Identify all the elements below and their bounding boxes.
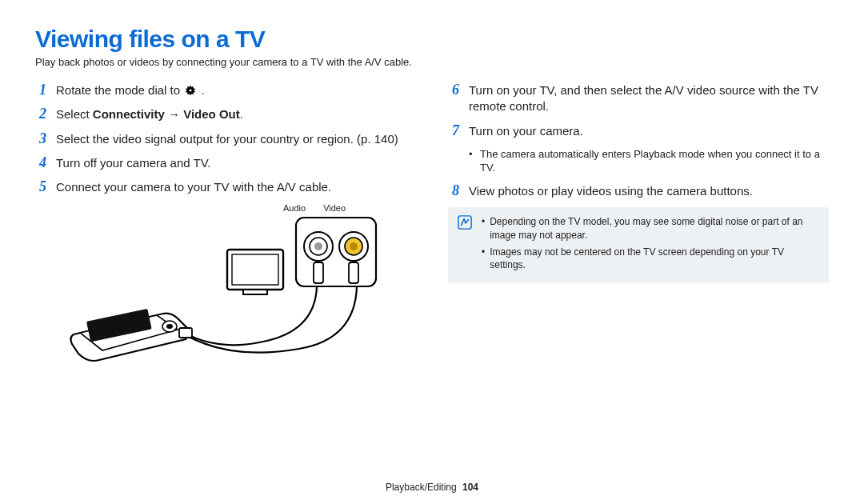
substep-text: The camera automatically enters Playback… [480,147,829,175]
svg-rect-9 [243,290,267,294]
step-text: Select Connectivity → Video Out. [56,106,416,122]
step-text: View photos or play videos using the cam… [469,183,829,199]
note-item: • Depending on the TV model, you may see… [482,215,819,242]
page-footer: Playback/Editing 104 [0,482,864,493]
note-text: Images may not be centered on the TV scr… [490,246,819,273]
bullet-icon: • [482,215,485,242]
diagram-labels: Audio Video [283,203,416,213]
step-2: 2 Select Connectivity → Video Out. [35,106,416,122]
cable-video-icon [190,286,357,353]
note-item: • Images may not be centered on the TV s… [482,246,819,273]
step-5: 5 Connect your camera to your TV with th… [35,179,416,195]
diagram-svg [59,214,379,366]
svg-rect-8 [232,254,278,285]
step-text-pre: Select [56,107,93,121]
step-number: 3 [35,131,46,147]
step-text: Rotate the mode dial to . [56,82,416,98]
note-box: • Depending on the TV model, you may see… [448,207,829,283]
video-label: Video [323,203,346,213]
step-text-bold: Connectivity → Video Out [93,107,240,121]
tv-icon [227,250,283,294]
svg-point-16 [350,242,358,250]
step-number: 2 [35,106,46,122]
step-number: 5 [35,179,46,195]
bullet-icon: • [469,147,474,175]
step-7: 7 Turn on your camera. [448,123,829,139]
connection-diagram: Audio Video [59,203,416,370]
note-list: • Depending on the TV model, you may see… [482,215,819,275]
manual-page: Viewing files on a TV Play back photos o… [0,0,864,504]
page-subtitle: Play back photos or videos by connecting… [35,56,829,68]
step-7-sub: • The camera automatically enters Playba… [469,147,829,175]
svg-point-5 [166,324,173,329]
svg-point-13 [314,242,322,250]
audio-label: Audio [283,203,306,213]
page-title: Viewing files on a TV [35,26,829,53]
note-icon [458,215,474,275]
svg-rect-17 [314,262,323,283]
step-text-pre: Rotate the mode dial to [56,83,183,97]
settings-mode-icon [185,84,196,95]
left-column: 1 Rotate the mode dial to . 2 [35,82,416,370]
camera-icon [70,309,188,361]
step-6: 6 Turn on your TV, and then select the A… [448,82,829,115]
step-4: 4 Turn off your camera and TV. [35,155,416,171]
step-number: 4 [35,155,46,171]
step-text: Connect your camera to your TV with the … [56,179,416,195]
step-text-post: . [201,83,204,97]
footer-page-number: 104 [462,482,478,493]
step-number: 8 [448,183,459,199]
step-text: Select the video signal output for your … [56,131,416,147]
step-3: 3 Select the video signal output for you… [35,131,416,147]
av-jacks-icon [296,218,376,286]
note-text: Depending on the TV model, you may see s… [490,215,819,242]
step-text: Turn on your camera. [469,123,829,139]
footer-section: Playback/Editing [386,482,457,493]
step-number: 1 [35,82,46,98]
step-text-post: . [240,107,243,121]
right-column: 6 Turn on your TV, and then select the A… [448,82,829,370]
camera-plug-icon [179,328,192,338]
svg-rect-18 [349,262,358,283]
step-number: 7 [448,123,459,139]
step-number: 6 [448,82,459,98]
svg-point-2 [190,89,192,91]
bullet-icon: • [482,246,485,273]
step-8: 8 View photos or play videos using the c… [448,183,829,199]
step-text: Turn on your TV, and then select the A/V… [469,82,829,115]
step-text: Turn off your camera and TV. [56,155,416,171]
step-1: 1 Rotate the mode dial to . [35,82,416,98]
columns: 1 Rotate the mode dial to . 2 [35,82,829,370]
